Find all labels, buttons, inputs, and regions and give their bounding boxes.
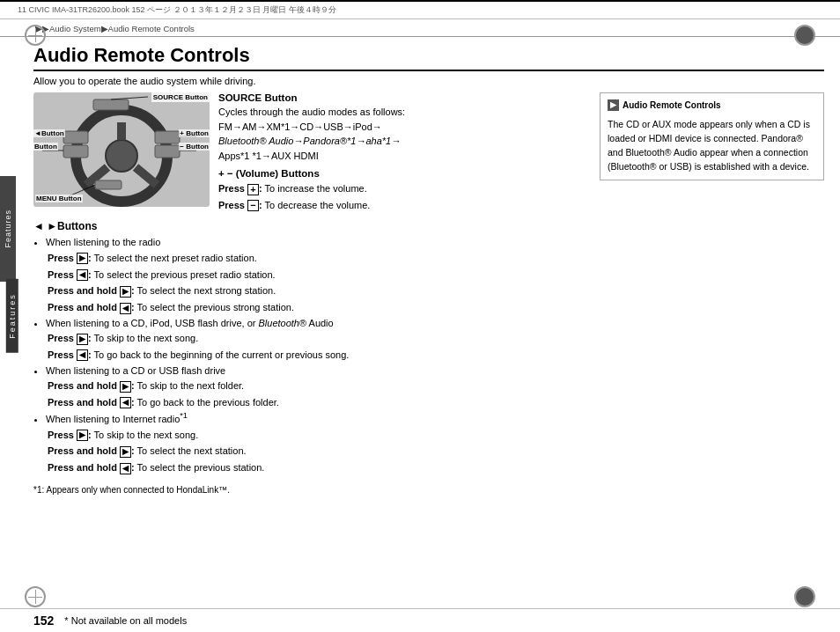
left-column: SOURCE Button ◄Button Button + Button − … — [33, 92, 586, 497]
source-volume-text: SOURCE Button Cycles through the audio m… — [218, 92, 586, 213]
bullet-text: When listening to a CD or USB flash driv… — [46, 365, 225, 376]
radio-details: Press ▶: To select the next preset radio… — [46, 250, 586, 316]
steering-wheel-diagram: SOURCE Button ◄Button Button + Button − … — [33, 92, 210, 207]
file-info-bar: 11 CIVIC IMA-31TR26200.book 152 ページ ２０１３… — [0, 0, 840, 19]
main-content: Audio Remote Controls Allow you to opera… — [0, 37, 840, 501]
cd-details: Press ▶: To skip to the next song. Press… — [46, 330, 586, 363]
page-title: Audio Remote Controls — [33, 44, 824, 71]
menu-button-label: MENU Button — [35, 195, 83, 202]
note-box: ▶ Audio Remote Controls The CD or AUX mo… — [600, 92, 824, 180]
cross-bl — [28, 590, 42, 604]
svg-rect-6 — [63, 131, 88, 143]
next-hold-btn-3: ▶ — [120, 446, 131, 458]
plus-symbol: + — [247, 184, 259, 195]
next-hold-btn: ▶ — [120, 286, 131, 298]
nav-list: When listening to the radio Press ▶: To … — [33, 235, 586, 475]
prev-btn: ◀ — [77, 269, 88, 281]
features-sidebar-label: Features — [6, 279, 18, 353]
bullet-text: When listening to the radio — [46, 237, 160, 247]
usb-details: Press and hold ▶: To skip to the next fo… — [46, 378, 586, 410]
footer: 152 * Not available on all models — [0, 608, 840, 632]
prev-hold-btn: ◀ — [120, 303, 131, 314]
intro-text: Allow you to operate the audio system wh… — [33, 76, 824, 86]
prev-hold-btn-3: ◀ — [120, 463, 131, 474]
source-title: SOURCE Button — [218, 92, 586, 103]
cross-tl — [28, 28, 42, 42]
note-header-text: Audio Remote Controls — [623, 99, 721, 113]
right-column: ▶ Audio Remote Controls The CD or AUX mo… — [600, 92, 824, 497]
left-button-1-label: ◄Button — [33, 129, 65, 137]
svg-rect-9 — [155, 145, 180, 158]
corner-decoration-tr — [794, 25, 815, 46]
footnote-1: *1: Appears only when connected to Honda… — [33, 483, 586, 497]
features-strip: Features — [0, 176, 16, 282]
corner-decoration-tl — [25, 25, 46, 46]
left-button-2-label: Button — [33, 143, 58, 151]
right-button-1-label: + Button — [179, 129, 210, 137]
prev-hold-btn-2: ◀ — [120, 397, 131, 408]
nav-section: ◄ ►Buttons When listening to the radio P… — [33, 220, 586, 475]
two-col-layout: SOURCE Button ◄Button Button + Button − … — [33, 92, 824, 497]
breadcrumb: ▶▶Audio System▶Audio Remote Controls — [0, 19, 840, 37]
bullet-text: When listening to Internet radio*1 — [46, 414, 188, 424]
bullet-text: When listening to a CD, iPod, USB flash … — [46, 318, 334, 328]
corner-decoration-bl — [25, 586, 46, 607]
footer-note: * Not available on all models — [64, 615, 187, 626]
svg-rect-10 — [93, 99, 129, 110]
list-item: When listening to a CD or USB flash driv… — [46, 364, 586, 411]
next-btn-2: ▶ — [77, 334, 88, 345]
note-box-text: The CD or AUX mode appears only when a C… — [608, 117, 816, 174]
note-box-header: ▶ Audio Remote Controls — [608, 99, 816, 113]
svg-point-2 — [106, 140, 137, 172]
right-button-2-label: − Button — [179, 143, 210, 151]
corner-decoration-br — [794, 586, 815, 607]
note-icon: ▶ — [608, 99, 619, 111]
prev-btn-2: ◀ — [77, 349, 88, 361]
source-button-label: SOURCE Button — [151, 92, 210, 102]
features-strip-text: Features — [4, 209, 12, 248]
list-item: When listening to a CD, iPod, USB flash … — [46, 316, 586, 364]
next-hold-btn-2: ▶ — [120, 381, 131, 393]
volume-title: + − (Volume) Buttons — [218, 168, 586, 179]
nav-section-title: ◄ ►Buttons — [33, 220, 586, 232]
diagram-source-row: SOURCE Button ◄Button Button + Button − … — [33, 92, 586, 213]
page-number: 152 — [33, 614, 54, 628]
list-item: When listening to the radio Press ▶: To … — [46, 235, 586, 315]
list-item: When listening to Internet radio*1 Press… — [46, 410, 586, 475]
svg-rect-11 — [95, 180, 122, 189]
svg-rect-8 — [155, 131, 180, 143]
svg-rect-7 — [63, 145, 88, 158]
minus-symbol: − — [247, 200, 259, 211]
inet-details: Press ▶: To skip to the next song. Press… — [46, 427, 586, 476]
file-info-text: 11 CIVIC IMA-31TR26200.book 152 ページ ２０１３… — [18, 5, 336, 14]
next-btn-3: ▶ — [77, 430, 88, 441]
next-btn: ▶ — [77, 253, 88, 264]
volume-text: Press +: To increase the volume. Press −… — [218, 180, 586, 213]
source-text: Cycles through the audio modes as follow… — [218, 105, 586, 163]
